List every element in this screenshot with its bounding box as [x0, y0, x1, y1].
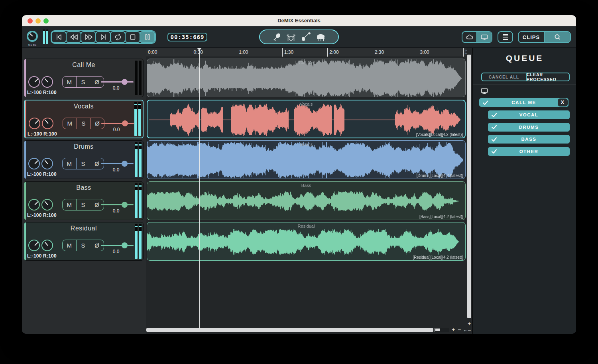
queue-subitem-drums[interactable]: DRUMS: [488, 123, 570, 132]
scroll-zoom-out-button[interactable]: −: [467, 327, 472, 333]
master-level-meter: [43, 30, 48, 44]
volume-slider[interactable]: [101, 123, 134, 124]
track-level-meter: [135, 61, 142, 95]
monitor-icon: [480, 34, 488, 41]
volume-slider-handle[interactable]: [122, 242, 128, 248]
clear-processed-button[interactable]: CLEAR PROCESSED: [527, 73, 569, 81]
knob-pointer: [44, 201, 48, 205]
track-mso-group: MSØ: [62, 158, 104, 169]
pan-left-knob[interactable]: [28, 158, 40, 169]
volume-slider-handle[interactable]: [122, 79, 128, 85]
track-mso-group: MSØ: [62, 76, 104, 88]
zoom-fit-button[interactable]: ↔: [463, 326, 466, 333]
ruler-tick: 2:00: [327, 48, 373, 57]
timeline-area[interactable]: 0:000:301:001:302:002:303:003 + − ↔ Call…: [146, 48, 466, 334]
pan-right-knob[interactable]: [41, 240, 53, 251]
skip-end-button[interactable]: [95, 31, 111, 43]
playhead-marker[interactable]: [197, 48, 202, 51]
check-icon: [491, 124, 497, 130]
transport-controls: [51, 30, 156, 44]
track-header-vocals[interactable]: VocalsMSØL:-100 R:1000.0: [24, 100, 144, 138]
clip-residual[interactable]: Residual[Residual][Local][4.2 (latest)]: [147, 222, 466, 261]
pan-left-knob[interactable]: [29, 118, 40, 129]
stem-instruments-button[interactable]: [259, 30, 339, 44]
solo-button[interactable]: S: [76, 199, 90, 210]
zoom-range-widget[interactable]: [435, 328, 449, 332]
pan-left-knob[interactable]: [28, 199, 40, 211]
track-header-call-me[interactable]: Call MeMSØL:-100 R:1000.0: [24, 59, 144, 97]
pan-right-knob[interactable]: [41, 76, 53, 88]
cancel-all-button[interactable]: CANCEL ALL: [482, 73, 527, 81]
stop-button[interactable]: [125, 31, 140, 43]
queue-subitem-vocal[interactable]: VOCAL: [488, 110, 570, 119]
pan-right-knob[interactable]: [41, 199, 53, 211]
volume-slider[interactable]: [101, 245, 134, 246]
volume-slider-handle[interactable]: [122, 161, 128, 167]
clip-title: Call Me: [147, 60, 465, 65]
app-window: DeMIX Essentials 0.0 dB: [22, 15, 576, 334]
track-header-bass[interactable]: BassMSØL:-100 R:1000.0: [24, 181, 144, 220]
solo-button[interactable]: S: [76, 158, 90, 169]
volume-slider-handle[interactable]: [122, 202, 128, 208]
local-mode-button[interactable]: [477, 32, 492, 42]
ruler-label: 2:00: [329, 49, 338, 55]
check-icon: [482, 100, 488, 105]
mute-button[interactable]: M: [63, 240, 76, 251]
solo-button[interactable]: S: [76, 77, 90, 87]
pan-range-label: L:-100 R:100: [27, 253, 57, 259]
queue-subitem-bass[interactable]: BASS: [488, 135, 570, 144]
mute-button[interactable]: M: [63, 199, 76, 210]
pause-button[interactable]: [140, 31, 155, 43]
queue-subitem-other[interactable]: OTHER: [488, 147, 570, 156]
zoom-out-button[interactable]: −: [458, 326, 461, 333]
skip-start-button[interactable]: [51, 31, 67, 43]
volume-value: 0.0: [108, 167, 124, 173]
track-level-meter: [135, 183, 142, 218]
cloud-mode-button[interactable]: [462, 32, 477, 42]
scroll-zoom-in-button[interactable]: +: [467, 321, 472, 327]
toolbar: 0.0 dB 00:35:669: [22, 26, 576, 48]
ruler-tick: 0:00: [146, 48, 192, 57]
rewind-button[interactable]: [66, 31, 81, 43]
timeline-ruler[interactable]: 0:000:301:001:302:002:303:003: [146, 48, 466, 57]
queue-subitem-label: VOCAL: [488, 112, 570, 117]
pan-left-knob[interactable]: [28, 240, 40, 251]
loop-button[interactable]: [110, 31, 126, 43]
volume-slider[interactable]: [101, 204, 134, 205]
master-volume-knob[interactable]: [27, 31, 38, 42]
pan-right-knob[interactable]: [41, 158, 53, 169]
clip-bass[interactable]: Bass[Bass][Local][4.2 (latest)]: [147, 181, 466, 220]
clip-call-me[interactable]: Call Me: [147, 59, 466, 97]
knob-pointer: [30, 33, 33, 37]
volume-slider-handle[interactable]: [122, 120, 128, 126]
volume-slider[interactable]: [101, 163, 134, 164]
pan-left-knob[interactable]: [28, 76, 40, 88]
volume-slider[interactable]: [101, 81, 134, 83]
solo-button[interactable]: S: [77, 118, 90, 129]
zoom-in-button[interactable]: +: [452, 326, 455, 333]
clip-title: Residual: [147, 224, 465, 228]
horizontal-scrollbar[interactable]: [146, 328, 433, 332]
pan-right-knob[interactable]: [42, 118, 53, 129]
mute-button[interactable]: M: [63, 158, 76, 169]
clip-drums[interactable]: Drums[Drums][Local][4.2 (latest)]: [147, 140, 466, 179]
track-header-drums[interactable]: DrumsMSØL:-100 R:1000.0: [24, 140, 144, 179]
mute-button[interactable]: M: [63, 118, 77, 129]
track-header-residual[interactable]: ResidualMSØL:-100 R:1000.0: [24, 222, 144, 261]
menu-button[interactable]: [498, 31, 513, 43]
knob-pointer: [44, 242, 48, 246]
clips-button[interactable]: CLIPS: [519, 32, 545, 42]
solo-button[interactable]: S: [76, 240, 90, 251]
queue-subitem-label: BASS: [488, 137, 570, 142]
mute-button[interactable]: M: [63, 77, 76, 87]
drumkit-icon: [285, 32, 297, 42]
check-icon: [491, 112, 497, 118]
vertical-scroll-thumb[interactable]: [467, 55, 471, 318]
vertical-scrollbar[interactable]: + −: [467, 48, 472, 334]
remove-queue-item-button[interactable]: X: [558, 98, 568, 106]
search-button[interactable]: [545, 32, 570, 42]
queue-item-call-me[interactable]: CALL ME X: [479, 98, 568, 107]
fast-forward-button[interactable]: [81, 31, 96, 43]
clip-vocals[interactable]: Vocals[Vocals][Local][4.2 (latest)]: [147, 100, 466, 138]
titlebar: DeMIX Essentials: [22, 15, 576, 26]
